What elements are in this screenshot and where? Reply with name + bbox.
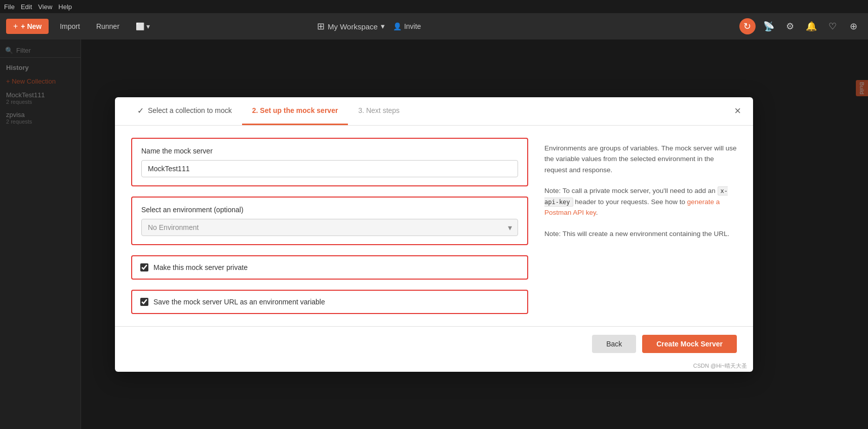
new-label: + New bbox=[21, 22, 42, 30]
add-account-button[interactable]: ⊕ bbox=[846, 18, 862, 34]
settings-button[interactable]: ⚙ bbox=[782, 18, 798, 34]
private-note-prefix: Note: To call a private mock server, you… bbox=[544, 187, 718, 194]
env-note: Environments are groups of variables. Th… bbox=[544, 143, 737, 176]
name-section: Name the mock server bbox=[131, 138, 528, 186]
modal-left-panel: Name the mock server Select an environme… bbox=[131, 138, 528, 314]
tab-select-collection[interactable]: ✓ Select a collection to mock bbox=[127, 97, 242, 125]
url-checkbox[interactable] bbox=[140, 298, 148, 306]
monitor-button[interactable]: ⬜ ▾ bbox=[131, 19, 155, 33]
menu-edit[interactable]: Edit bbox=[21, 3, 32, 11]
workspace-button[interactable]: ⊞ My Workspace ▾ bbox=[317, 21, 385, 32]
private-note: Note: To call a private mock server, you… bbox=[544, 185, 737, 218]
env-label: Select an environment (optional) bbox=[141, 206, 518, 214]
workspace-area: ⊞ My Workspace ▾ 👤 Invite bbox=[317, 21, 421, 32]
env-select[interactable]: No Environment bbox=[141, 219, 518, 236]
workspace-label: My Workspace bbox=[328, 22, 378, 31]
grid-icon: ⊞ bbox=[317, 21, 325, 32]
menu-view[interactable]: View bbox=[38, 3, 52, 11]
private-checkbox-label[interactable]: Make this mock server private bbox=[153, 263, 248, 271]
name-label: Name the mock server bbox=[141, 147, 518, 155]
menu-file[interactable]: File bbox=[4, 3, 15, 11]
tab-label-1: Select a collection to mock bbox=[148, 106, 232, 114]
favorites-button[interactable]: ♡ bbox=[824, 18, 841, 34]
satellite-button[interactable]: 📡 bbox=[761, 18, 777, 34]
invite-label: Invite bbox=[404, 22, 421, 30]
mock-server-name-input[interactable] bbox=[141, 160, 518, 177]
refresh-button[interactable]: ↻ bbox=[739, 18, 756, 34]
import-button[interactable]: Import bbox=[55, 19, 85, 33]
runner-button[interactable]: Runner bbox=[91, 19, 125, 33]
close-button[interactable]: × bbox=[734, 105, 741, 116]
menu-help[interactable]: Help bbox=[58, 3, 72, 11]
notifications-button[interactable]: 🔔 bbox=[803, 18, 819, 34]
modal-overlay: ✓ Select a collection to mock 2. Set up … bbox=[0, 40, 868, 429]
tab-label-2: 2. Set up the mock server bbox=[252, 106, 338, 114]
check-icon: ✓ bbox=[137, 106, 144, 115]
url-checkbox-section: Save the mock server URL as an environme… bbox=[131, 290, 528, 314]
create-mock-server-button[interactable]: Create Mock Server bbox=[642, 335, 737, 353]
person-icon: 👤 bbox=[393, 22, 402, 30]
private-note-mid: header to your requests. See how to bbox=[573, 198, 687, 206]
tab-setup-server[interactable]: 2. Set up the mock server bbox=[242, 97, 348, 125]
back-button[interactable]: Back bbox=[592, 335, 636, 353]
modal-dialog: ✓ Select a collection to mock 2. Set up … bbox=[115, 97, 753, 372]
top-bar: + + New Import Runner ⬜ ▾ ⊞ My Workspace… bbox=[0, 13, 868, 40]
modal-body: Name the mock server Select an environme… bbox=[115, 126, 753, 326]
menu-bar: File Edit View Help bbox=[0, 0, 868, 13]
tab-label-3: 3. Next steps bbox=[358, 106, 400, 114]
modal-header: ✓ Select a collection to mock 2. Set up … bbox=[115, 97, 753, 126]
plus-icon: + bbox=[13, 22, 18, 31]
url-checkbox-label[interactable]: Save the mock server URL as an environme… bbox=[153, 298, 325, 306]
invite-button[interactable]: 👤 Invite bbox=[393, 22, 421, 30]
env-section: Select an environment (optional) No Envi… bbox=[131, 197, 528, 245]
private-checkbox[interactable] bbox=[140, 263, 148, 271]
monitor-icon: ⬜ ▾ bbox=[136, 22, 150, 30]
chevron-down-icon: ▾ bbox=[381, 22, 385, 31]
tab-next-steps[interactable]: 3. Next steps bbox=[348, 97, 410, 125]
modal-right-panel: Environments are groups of variables. Th… bbox=[544, 138, 737, 314]
modal-footer: Back Create Mock Server bbox=[115, 326, 753, 361]
main-layout: 🔍 Filter History + New Collection MockTe… bbox=[0, 40, 868, 429]
env-select-wrapper: No Environment ▾ bbox=[141, 219, 518, 236]
watermark: CSDN @Hi~晴天大圣 bbox=[115, 361, 753, 372]
private-checkbox-section: Make this mock server private bbox=[131, 255, 528, 280]
top-bar-icons: ↻ 📡 ⚙ 🔔 ♡ ⊕ bbox=[739, 18, 862, 34]
url-note: Note: This will create a new environment… bbox=[544, 228, 737, 240]
new-button[interactable]: + + New bbox=[6, 19, 49, 34]
private-note-end: . bbox=[596, 209, 598, 216]
